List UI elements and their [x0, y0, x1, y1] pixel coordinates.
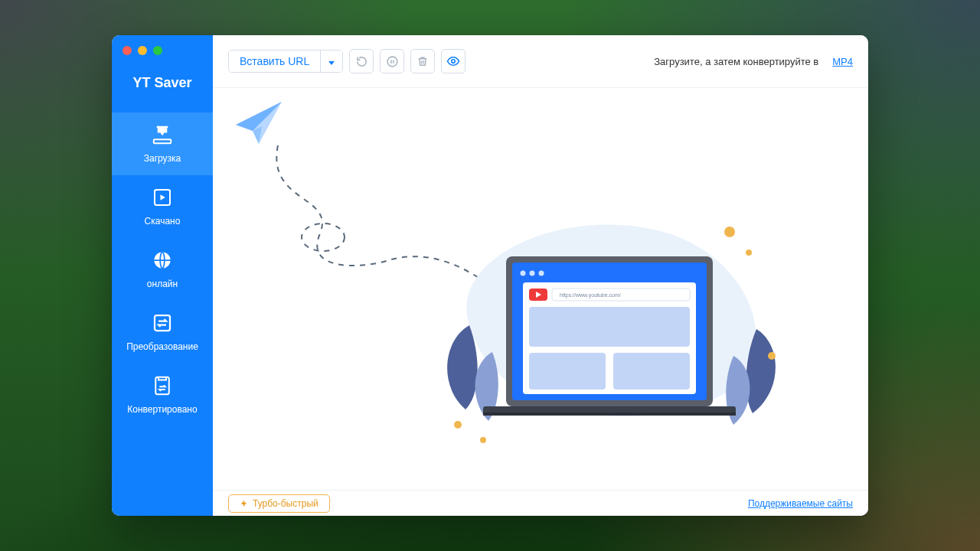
nav-downloaded[interactable]: Скачано	[112, 175, 213, 238]
resume-all-button[interactable]	[349, 49, 374, 73]
main-panel: Вставить URL	[213, 35, 868, 516]
nav-label: Конвертировано	[127, 405, 197, 414]
convert-hint-text: Загрузите, а затем конвертируйте в	[654, 56, 818, 67]
turbo-mode-button[interactable]: Турбо-быстрый	[228, 494, 330, 513]
nav-online[interactable]: онлайн	[112, 238, 213, 301]
svg-rect-25	[529, 353, 606, 390]
nav-converted[interactable]: Конвертировано	[112, 364, 213, 426]
eye-icon	[446, 54, 460, 68]
paste-url-split-button: Вставить URL	[228, 50, 343, 73]
nav-download[interactable]: Загрузка	[112, 112, 213, 175]
svg-rect-3	[155, 315, 170, 331]
svg-point-10	[768, 352, 776, 360]
turbo-label: Турбо-быстрый	[253, 498, 318, 509]
nav-label: онлайн	[147, 279, 178, 289]
svg-point-7	[302, 223, 345, 251]
nav-label: Загрузка	[144, 154, 181, 163]
sidebar: YT Saver Загрузка Скачано	[112, 35, 213, 516]
toolbar: Вставить URL	[213, 35, 868, 81]
close-window-button[interactable]	[122, 46, 132, 55]
svg-point-12	[480, 437, 486, 443]
nav-label: Скачано	[145, 217, 181, 226]
svg-rect-24	[529, 307, 690, 347]
pause-icon	[386, 55, 399, 68]
convert-icon	[151, 311, 174, 334]
svg-rect-14	[483, 412, 736, 416]
refresh-icon	[355, 55, 368, 68]
download-icon	[151, 123, 174, 146]
app-window: YT Saver Загрузка Скачано	[112, 35, 868, 516]
svg-point-18	[530, 271, 535, 276]
lightning-icon	[240, 499, 248, 508]
output-format-link[interactable]: MP4	[832, 56, 853, 67]
content-area: https://www.youtube.com/	[213, 88, 868, 490]
paste-url-dropdown[interactable]	[320, 51, 342, 72]
paste-url-button[interactable]: Вставить URL	[229, 51, 320, 72]
svg-point-17	[521, 271, 526, 276]
sidebar-nav: Загрузка Скачано онлайн	[112, 112, 213, 426]
nav-label: Преобразование	[126, 342, 198, 351]
video-file-icon	[151, 186, 174, 209]
pause-all-button[interactable]	[380, 49, 404, 73]
status-bar: Турбо-быстрый Поддерживаемые сайты	[213, 490, 868, 516]
empty-state-illustration: https://www.youtube.com/	[213, 88, 868, 486]
toggle-visibility-button[interactable]	[441, 49, 466, 73]
svg-point-19	[539, 271, 544, 276]
svg-point-8	[724, 227, 735, 237]
window-controls	[112, 35, 213, 61]
svg-point-9	[746, 249, 752, 256]
minimize-window-button[interactable]	[138, 46, 147, 55]
delete-all-button[interactable]	[410, 49, 435, 73]
maximize-window-button[interactable]	[153, 46, 162, 55]
svg-rect-0	[154, 139, 172, 143]
svg-rect-26	[613, 353, 690, 390]
chevron-down-icon	[328, 61, 335, 65]
app-title: YT Saver	[112, 61, 213, 112]
nav-convert[interactable]: Преобразование	[112, 301, 213, 364]
globe-icon	[151, 249, 174, 272]
svg-point-5	[387, 57, 397, 67]
illus-url-text: https://www.youtube.com/	[560, 292, 621, 298]
trash-icon	[416, 55, 429, 67]
supported-sites-link[interactable]: Поддерживаемые сайты	[748, 498, 853, 509]
converted-file-icon	[151, 374, 174, 397]
svg-point-11	[454, 421, 462, 429]
svg-point-6	[452, 60, 456, 64]
